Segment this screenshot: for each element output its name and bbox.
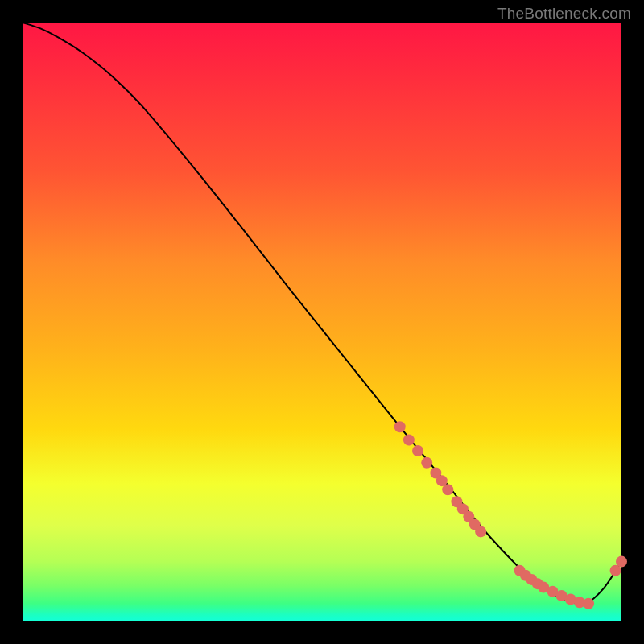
curve-marker (616, 556, 627, 568)
curve-marker (394, 421, 406, 432)
curve-marker (403, 435, 415, 446)
bottleneck-curve-line (23, 23, 621, 604)
curve-marker (412, 445, 423, 456)
curve-marker (475, 526, 486, 537)
chart-svg (23, 23, 621, 621)
curve-markers (394, 421, 627, 609)
curve-marker (442, 484, 453, 495)
curve-marker (421, 457, 432, 469)
chart-plot-area (23, 23, 621, 621)
watermark-text: TheBottleneck.com (497, 5, 631, 23)
curve-marker (583, 598, 594, 609)
